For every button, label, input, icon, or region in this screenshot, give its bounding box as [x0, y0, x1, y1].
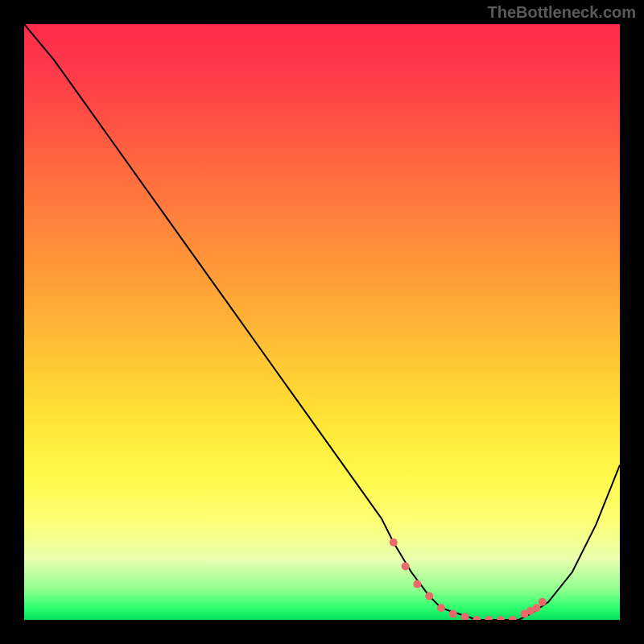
marker-dot [532, 604, 540, 612]
marker-dot [425, 592, 433, 600]
marker-dot [437, 604, 445, 612]
marker-dot [449, 610, 457, 618]
marker-dot [402, 562, 410, 570]
marker-dot [485, 616, 493, 620]
chart-svg [24, 24, 620, 620]
marker-dot [390, 539, 398, 547]
marker-dot [509, 616, 517, 620]
bottleneck-curve-path [24, 24, 620, 620]
watermark-text: TheBottleneck.com [488, 3, 636, 22]
marker-dot [413, 580, 421, 588]
plot-area [24, 24, 620, 620]
marker-dot [539, 598, 547, 606]
marker-dot [461, 613, 469, 620]
flat-region-markers [390, 539, 547, 620]
marker-dot [473, 616, 481, 620]
marker-dot [497, 616, 505, 620]
